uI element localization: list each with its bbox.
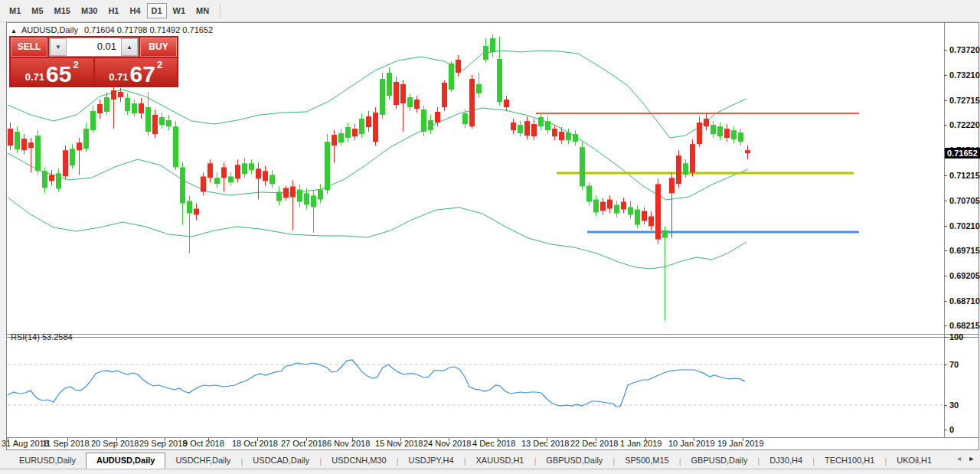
date-axis-tick [8,438,8,441]
tab-tech100-h1[interactable]: TECH100,H1 [815,453,884,469]
sell-price-sup: 2 [73,59,78,70]
tab-dj30-h4[interactable]: DJ30,H4 [760,453,812,469]
tab-usdjpy-h4[interactable]: USDJPY,H4 [399,453,464,469]
date-axis-tick [596,438,596,441]
date-axis-tick [547,438,547,441]
buy-price-prefix: 0.71 [109,71,128,83]
sell-price-prefix: 0.71 [25,71,44,83]
price-axis-label: 0.70705 [949,196,980,205]
timeframe-button-mn[interactable]: MN [191,3,214,18]
date-axis-label: 29 Sep 2018 [139,439,187,449]
timeframe-button-m1[interactable]: M1 [5,3,25,18]
collapse-triangle-icon[interactable]: ▲ [11,28,17,34]
date-axis-tick [694,438,694,441]
date-axis-label: 27 Oct 2018 [281,439,327,449]
timeframe-button-m5[interactable]: M5 [27,3,47,18]
buy-price-big: 67 [130,64,155,85]
date-axis-label: 19 Jan 2019 [717,439,764,449]
rsi-level-tick [944,430,947,430]
sell-price-big: 65 [46,64,71,85]
tab-scroll-left-icon[interactable]: ◄ [953,455,964,463]
current-price-tag: 0.71652 [945,148,980,159]
timeframe-button-m30[interactable]: M30 [77,3,102,18]
lot-decrease-button[interactable]: ▼ [50,38,67,56]
lot-size-value[interactable]: 0.01 [67,38,121,56]
date-axis-tick [165,438,165,441]
price-axis-label: 0.72715 [949,96,980,105]
lot-increase-button[interactable]: ▲ [121,38,138,56]
date-axis-label: 6 Nov 2018 [327,439,370,449]
date-axis-tick [67,438,68,441]
date-axis-label: 11 Sep 2018 [42,439,90,449]
tab-usdcad-daily[interactable]: USDCAD,Daily [243,453,319,469]
tab-gbpusd-daily[interactable]: GBPUSD,Daily [681,453,758,469]
sell-price-box[interactable]: 0.71 65 2 [11,58,93,87]
price-axis-tick [944,325,947,326]
date-axis-label: 22 Dec 2018 [570,439,618,449]
date-axis-label: 13 Dec 2018 [521,439,569,449]
date-axis-label: 9 Oct 2018 [183,439,224,449]
tab-ukoil-h1[interactable]: UKOil,H1 [887,453,942,469]
tab-usdchf-daily[interactable]: USDCHF,Daily [165,453,240,469]
price-axis-label: 0.68710 [949,296,980,306]
price-axis-label: 0.73720 [949,45,980,54]
toolbar-divider [220,3,220,18]
price-axis-label: 0.71215 [949,171,980,180]
tab-audusd-daily[interactable]: AUDUSD,Daily [86,453,165,469]
price-axis-label: 0.73210 [949,70,980,80]
date-axis-tick [498,438,498,441]
pane-separator[interactable] [7,334,978,335]
rsi-level-label: 100 [949,332,980,342]
price-axis-tick [944,276,947,276]
price-axis-tick [944,125,947,126]
ohlc-values: 0.71604 0.71798 0.71492 0.71652 [84,25,213,34]
timeframe-button-w1[interactable]: W1 [168,3,191,18]
price-axis-label: 0.69205 [949,271,980,280]
date-axis-tick [400,438,401,441]
buy-price-box[interactable]: 0.71 67 2 [95,58,178,87]
tab-eurusd-daily[interactable]: EURUSD,Daily [9,453,86,469]
rsi-level-label: 70 [949,360,980,369]
buy-button[interactable]: BUY [140,38,177,57]
rsi-indicator-label: RSI(14) 53.2584 [11,332,73,342]
sell-button[interactable]: SELL [11,38,47,57]
date-axis-tick [743,438,743,441]
date-axis-label: 15 Nov 2018 [375,439,423,449]
date-axis-tick [449,438,449,441]
price-axis-label: 0.69715 [949,246,980,255]
price-axis-label: 0.70210 [949,221,980,230]
tab-gbpusd-daily[interactable]: GBPUSD,Daily [536,453,612,469]
timeframe-button-m15[interactable]: M15 [50,3,75,18]
tab-xauusd-h1[interactable]: XAUUSD,H1 [466,453,534,469]
date-axis-tick [116,438,117,441]
price-axis-tick [944,100,947,101]
price-axis-tick [944,50,947,51]
timeframe-button-d1[interactable]: D1 [147,3,167,18]
rsi-level-label: 0 [949,425,980,434]
price-axis-tick [944,301,947,302]
date-axis-tick [306,438,307,441]
date-axis-tick [645,438,646,441]
pane-separator[interactable] [7,337,978,338]
date-axis-tick [208,438,209,441]
tab-usdcnh-m30[interactable]: USDCNH,M30 [322,453,397,469]
lot-size-stepper: ▼ 0.01 ▲ [49,38,139,57]
price-axis-tick [944,75,947,76]
price-axis-label: 0.68215 [949,321,980,330]
tab-sp500-m15[interactable]: SP500,M15 [615,453,678,469]
date-axis-label: 20 Sep 2018 [91,439,139,449]
price-axis-tick [944,226,947,227]
price-axis-divider [944,23,945,438]
bottom-strip [0,469,980,474]
price-axis-label: 0.72220 [949,120,980,129]
rsi-bottom-border [7,437,978,438]
timeframe-toolbar: M1M5M15M30H1H4D1W1MN [0,0,980,22]
tab-scroll-right-icon[interactable]: ► [966,455,977,463]
date-axis-tick [352,438,353,441]
mt4-window: { "toolbar": { "timeframes": ["M1","M5",… [0,0,980,474]
price-axis-tick [944,175,947,176]
timeframe-button-h4[interactable]: H4 [125,3,145,18]
date-axis-label: 10 Jan 2019 [668,439,715,449]
rsi-level-tick [944,364,947,365]
timeframe-button-h1[interactable]: H1 [103,3,123,18]
